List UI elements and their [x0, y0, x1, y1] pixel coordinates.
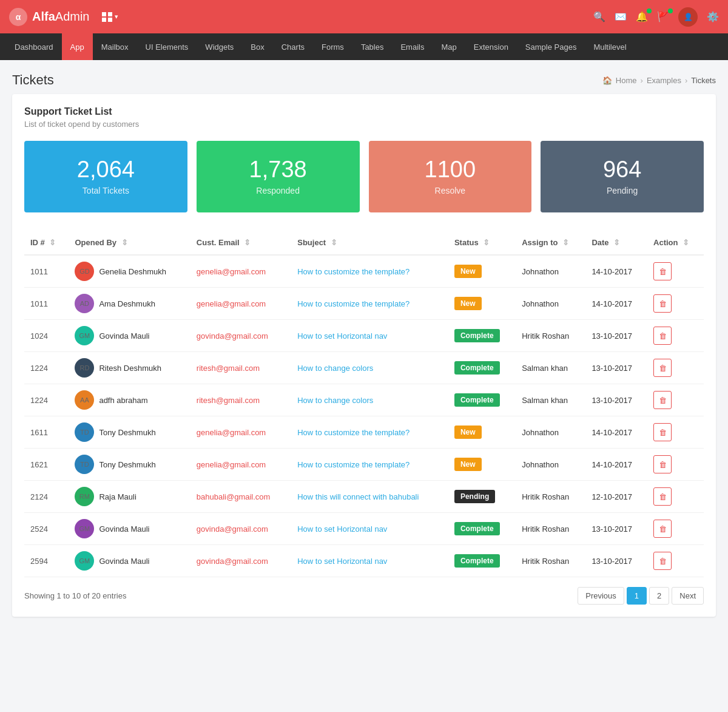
user-name-6: Tony Deshmukh — [99, 460, 155, 469]
nav-item-extension[interactable]: Extension — [465, 33, 517, 60]
cell-opened-4: AA adfh abraham — [69, 384, 190, 416]
col-email[interactable]: Cust. Email ⇕ — [190, 231, 291, 255]
table-row: 2124 RM Raja Mauli bahubali@gmail.com Ho… — [24, 481, 704, 513]
nav-item-forms[interactable]: Forms — [313, 33, 352, 60]
delete-button-8[interactable]: 🗑 — [653, 520, 672, 538]
nav-item-map[interactable]: Map — [433, 33, 465, 60]
nav-item-tables[interactable]: Tables — [352, 33, 393, 60]
col-opened-by[interactable]: Opened By ⇕ — [69, 231, 190, 255]
next-button[interactable]: Next — [672, 587, 704, 605]
delete-button-1[interactable]: 🗑 — [653, 294, 672, 313]
user-avatar-5: TD — [75, 422, 94, 442]
status-badge-8: Complete — [454, 522, 500, 535]
col-action[interactable]: Action ⇕ — [647, 231, 704, 255]
gear-icon[interactable]: ⚙️ — [707, 11, 719, 22]
nav-item-mailbox[interactable]: Mailbox — [93, 33, 137, 60]
sort-subject-icon: ⇕ — [331, 238, 337, 247]
search-icon[interactable]: 🔍 — [593, 11, 605, 22]
nav-item-multilevel[interactable]: Multilevel — [585, 33, 635, 60]
delete-button-0[interactable]: 🗑 — [653, 262, 672, 280]
cell-email-9: govinda@gmail.com — [190, 545, 291, 577]
delete-button-4[interactable]: 🗑 — [653, 391, 672, 409]
user-avatar-1: AD — [75, 294, 94, 313]
breadcrumb-examples-link[interactable]: Examples — [647, 76, 681, 85]
user-name-7: Raja Mauli — [99, 492, 136, 501]
user-name-2: Govinda Mauli — [99, 331, 149, 341]
col-status[interactable]: Status ⇕ — [448, 231, 516, 255]
col-date[interactable]: Date ⇕ — [585, 231, 647, 255]
nav-item-emails[interactable]: Emails — [392, 33, 433, 60]
grid-menu-button[interactable]: ▾ — [102, 12, 118, 22]
stat-label-3: Pending — [553, 186, 692, 195]
status-badge-5: New — [454, 426, 482, 439]
mail-icon[interactable]: ✉️ — [615, 11, 627, 22]
table-footer: Showing 1 to 10 of 20 entries Previous 1… — [24, 587, 704, 605]
showing-text: Showing 1 to 10 of 20 entries — [24, 591, 126, 600]
prev-button[interactable]: Previous — [578, 587, 624, 605]
breadcrumb-home-link[interactable]: Home — [616, 76, 637, 85]
flag-badge — [668, 8, 673, 13]
page-1-button[interactable]: 1 — [627, 587, 647, 605]
table-row: 2594 GM Govinda Mauli govinda@gmail.com … — [24, 545, 704, 577]
cell-assign-1: Johnathon — [516, 288, 585, 320]
breadcrumb: 🏠 Home › Examples › Tickets — [602, 76, 716, 85]
nav-item-ui-elements[interactable]: UI Elements — [137, 33, 197, 60]
cell-opened-7: RM Raja Mauli — [69, 481, 190, 513]
cell-assign-6: Johnathon — [516, 449, 585, 481]
user-name-1: Ama Deshmukh — [99, 299, 155, 308]
delete-button-7[interactable]: 🗑 — [653, 487, 672, 506]
page-2-button[interactable]: 2 — [649, 587, 669, 605]
cell-opened-8: GM Govinda Mauli — [69, 513, 190, 545]
delete-button-9[interactable]: 🗑 — [653, 552, 672, 570]
table-header-row: ID # ⇕ Opened By ⇕ Cust. Email ⇕ Sbuject… — [24, 231, 704, 255]
table-body: 1011 GD Genelia Deshmukh genelia@gmail.c… — [24, 255, 704, 577]
col-subject[interactable]: Sbuject ⇕ — [291, 231, 448, 255]
brand-icon: α — [9, 8, 27, 26]
user-avatar[interactable]: 👤 — [678, 7, 698, 27]
cell-assign-4: Salman khan — [516, 384, 585, 416]
cell-subject-3: How to change colors — [291, 352, 448, 384]
top-navbar: α AlfaAdmin ▾ 🔍 ✉️ 🔔 🚩 👤 ⚙️ — [0, 0, 728, 33]
user-avatar-7: RM — [75, 487, 94, 506]
cell-subject-4: How to change colors — [291, 384, 448, 416]
tickets-table: ID # ⇕ Opened By ⇕ Cust. Email ⇕ Sbuject… — [24, 231, 704, 577]
delete-button-3[interactable]: 🗑 — [653, 359, 672, 377]
nav-item-widgets[interactable]: Widgets — [197, 33, 242, 60]
col-id[interactable]: ID # ⇕ — [24, 231, 69, 255]
nav-item-box[interactable]: Box — [242, 33, 272, 60]
user-name-3: Ritesh Deshmukh — [99, 364, 161, 373]
cell-date-1: 14-10-2017 — [585, 288, 647, 320]
cell-status-6: New — [448, 449, 516, 481]
delete-button-2[interactable]: 🗑 — [653, 327, 672, 345]
status-badge-9: Complete — [454, 554, 500, 568]
delete-button-6[interactable]: 🗑 — [653, 455, 672, 473]
main-content: Support Ticket List List of ticket opend… — [0, 94, 728, 629]
col-assign[interactable]: Assign to ⇕ — [516, 231, 585, 255]
cell-email-5: genelia@gmail.com — [190, 416, 291, 449]
brand-name-bold: Alfa — [32, 10, 55, 23]
nav-item-dashboard[interactable]: Dashboard — [6, 33, 62, 60]
table-row: 1011 AD Ama Deshmukh genelia@gmail.com H… — [24, 288, 704, 320]
nav-item-app[interactable]: App — [62, 33, 93, 60]
cell-email-0: genelia@gmail.com — [190, 255, 291, 288]
grid-icon — [102, 12, 113, 22]
cell-date-2: 13-10-2017 — [585, 320, 647, 352]
bell-icon[interactable]: 🔔 — [636, 11, 648, 22]
stat-label-1: Responded — [209, 186, 348, 195]
stat-box-3: 964 Pending — [541, 141, 704, 212]
nav-item-sample-pages[interactable]: Sample Pages — [517, 33, 585, 60]
brand-logo[interactable]: α AlfaAdmin — [9, 8, 90, 26]
cell-action-3: 🗑 — [647, 352, 704, 384]
cell-assign-3: Salman khan — [516, 352, 585, 384]
cell-date-6: 14-10-2017 — [585, 449, 647, 481]
user-avatar-2: GM — [75, 326, 94, 345]
delete-button-5[interactable]: 🗑 — [653, 423, 672, 441]
cell-date-9: 13-10-2017 — [585, 545, 647, 577]
flag-icon[interactable]: 🚩 — [657, 11, 669, 22]
user-avatar-4: AA — [75, 390, 94, 410]
stat-box-1: 1,738 Responded — [197, 141, 360, 212]
cell-action-2: 🗑 — [647, 320, 704, 352]
table-row: 1621 TD Tony Deshmukh genelia@gmail.com … — [24, 449, 704, 481]
nav-item-charts[interactable]: Charts — [273, 33, 313, 60]
cell-email-4: ritesh@gmail.com — [190, 384, 291, 416]
